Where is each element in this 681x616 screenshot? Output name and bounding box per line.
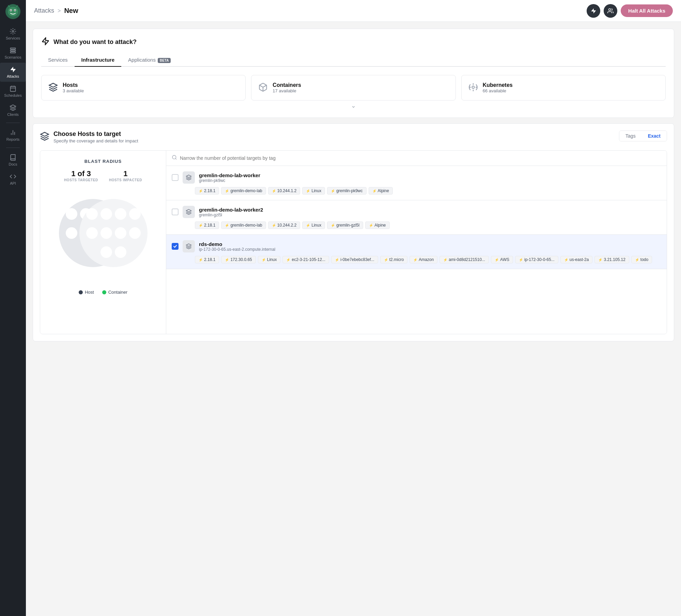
target-1-name: gremlin-demo-lab-worker [199, 172, 260, 178]
target-option-hosts[interactable]: Hosts 3 available [41, 75, 246, 101]
target-row-3: rds-demo ip-172-30-0-65.us-east-2.comput… [166, 235, 667, 269]
legend-host: Host [79, 290, 94, 295]
header-actions: Halt All Attacks [587, 4, 673, 18]
blast-legend: Host Container [79, 290, 127, 295]
target-row-1-header: gremlin-demo-lab-worker gremlin-pk9wc [172, 171, 661, 184]
main-content: Attacks > New Halt All Attacks What do y… [26, 0, 681, 616]
choose-hosts-title: Choose Hosts to target [53, 130, 138, 138]
target-2-tags: ⚡2.18.1 ⚡gremlin-demo-lab ⚡10.244.2.2 ⚡L… [172, 221, 661, 229]
halt-all-attacks-button[interactable]: Halt All Attacks [621, 4, 673, 17]
page-content: What do you want to attack? Services Inf… [26, 22, 681, 616]
tag-3-2: ⚡Linux [258, 256, 281, 263]
svg-point-8 [12, 31, 14, 32]
tag-3-5: ⚡t2.micro [380, 256, 408, 263]
sidebar-item-api[interactable]: API [0, 170, 26, 189]
breadcrumb-separator: > [58, 8, 61, 14]
attack-type-tabs: Services Infrastructure ApplicationsBETA [41, 53, 666, 67]
sidebar-divider-2 [6, 148, 20, 148]
target-checkbox-2[interactable] [172, 209, 179, 215]
container-circle-9 [100, 246, 112, 258]
target-3-name: rds-demo [199, 241, 275, 247]
tag-3-11: ⚡3.21.105.12 [594, 256, 629, 263]
sidebar-item-docs[interactable]: Docs [0, 151, 26, 170]
target-row-3-header: rds-demo ip-172-30-0-65.us-east-2.comput… [172, 240, 661, 252]
svg-marker-28 [186, 210, 191, 212]
sidebar-item-reports[interactable]: Reports [0, 126, 26, 145]
svg-point-20 [609, 9, 611, 11]
blast-radius-visual [56, 192, 151, 281]
sidebar-item-schedules-label: Schedules [4, 93, 21, 97]
chevron-down-icon: ⌄ [41, 102, 666, 109]
tag-1-1: ⚡gremlin-demo-lab [221, 187, 266, 195]
tag-1-0: ⚡2.18.1 [195, 187, 219, 195]
lightning-header-button[interactable] [587, 4, 600, 18]
target-row-1: gremlin-demo-lab-worker gremlin-pk9wc ⚡2… [166, 166, 667, 200]
search-icon [172, 155, 177, 161]
beta-badge: BETA [158, 58, 171, 63]
attack-type-header: What do you want to attack? [41, 37, 666, 47]
tab-infrastructure[interactable]: Infrastructure [75, 53, 122, 67]
target-checkbox-3[interactable] [172, 243, 179, 250]
hosts-targeted-label: HOSTS TARGETED [64, 178, 98, 182]
target-checkbox-1[interactable] [172, 174, 179, 181]
tab-applications[interactable]: ApplicationsBETA [121, 53, 177, 67]
sidebar-item-api-label: API [10, 181, 16, 185]
svg-marker-21 [49, 83, 57, 87]
target-option-containers[interactable]: Containers 17 available [251, 75, 455, 101]
choose-hosts-subtitle: Specify the coverage and details for imp… [53, 138, 138, 143]
container-circle-6 [100, 227, 112, 239]
sidebar-item-schedules[interactable]: Schedules [0, 82, 26, 101]
sidebar-item-clients[interactable]: Clients [0, 101, 26, 120]
target-1-text: gremlin-demo-lab-worker gremlin-pk9wc [199, 172, 260, 183]
breadcrumb-parent[interactable]: Attacks [34, 7, 54, 14]
tag-3-1: ⚡172.30.0.65 [221, 256, 256, 263]
tags-toggle-button[interactable]: Tags [619, 131, 642, 141]
hosts-targeted-stat: 1 of 3 HOSTS TARGETED [64, 169, 98, 182]
hosts-impacted-value: 1 [109, 169, 142, 178]
exact-toggle-button[interactable]: Exact [642, 131, 667, 141]
target-icon-1 [183, 171, 195, 184]
target-icon-2 [183, 206, 195, 218]
hosts-icon [48, 82, 58, 93]
sidebar-item-docs-label: Docs [9, 162, 17, 166]
target-options: Hosts 3 available Containers 17 availabl… [41, 75, 666, 101]
container-circle-group [79, 199, 148, 267]
tag-3-8: ⚡AWS [491, 256, 513, 263]
host-selection-panes: BLAST RADIUS 1 of 3 HOSTS TARGETED 1 HOS… [40, 150, 667, 334]
breadcrumb: Attacks > New [34, 7, 78, 15]
kubernetes-icon [468, 82, 478, 93]
host-circle-1 [66, 208, 77, 220]
target-option-kubernetes[interactable]: Kubernetes 66 available [461, 75, 666, 101]
target-3-tags: ⚡2.18.1 ⚡172.30.0.65 ⚡Linux ⚡ec2-3-21-10… [172, 256, 661, 263]
kubernetes-option-text: Kubernetes 66 available [483, 82, 513, 93]
target-row-2: gremlin-demo-lab-worker2 gremlin-gzl5l ⚡… [166, 200, 667, 235]
svg-rect-10 [11, 50, 16, 51]
tag-2-5: ⚡Alpine [365, 221, 389, 229]
legend-container-label: Container [108, 290, 127, 295]
hosts-impacted-label: HOSTS IMPACTED [109, 178, 142, 182]
target-3-id: ip-172-30-0-65.us-east-2.compute.interna… [199, 247, 275, 252]
choose-hosts-header: Choose Hosts to target Specify the cover… [40, 130, 667, 143]
container-circle-1 [86, 208, 98, 220]
hosts-impacted-stat: 1 HOSTS IMPACTED [109, 169, 142, 182]
legend-host-label: Host [85, 290, 94, 295]
container-circle-5 [86, 227, 98, 239]
sidebar-item-services[interactable]: Services [0, 25, 26, 44]
sidebar-item-attacks-label: Attacks [7, 74, 19, 78]
sidebar-item-attacks[interactable]: Attacks [0, 63, 26, 82]
tab-services[interactable]: Services [41, 53, 75, 67]
layers-icon [40, 132, 49, 142]
container-circle-3 [115, 208, 126, 220]
tag-2-2: ⚡10.244.2.2 [268, 221, 300, 229]
legend-host-dot [79, 290, 83, 294]
target-2-text: gremlin-demo-lab-worker2 gremlin-gzl5l [199, 207, 263, 217]
tag-3-3: ⚡ec2-3-21-105-12... [282, 256, 329, 263]
tag-1-2: ⚡10.244.1.2 [268, 187, 300, 195]
search-input[interactable] [180, 155, 661, 161]
container-circle-7 [115, 227, 126, 239]
team-header-button[interactable] [604, 4, 617, 18]
target-3-text: rds-demo ip-172-30-0-65.us-east-2.comput… [199, 241, 275, 252]
sidebar-item-scenarios[interactable]: Scenarios [0, 44, 26, 63]
lightning-icon [41, 37, 49, 47]
attack-type-card: What do you want to attack? Services Inf… [33, 29, 674, 118]
